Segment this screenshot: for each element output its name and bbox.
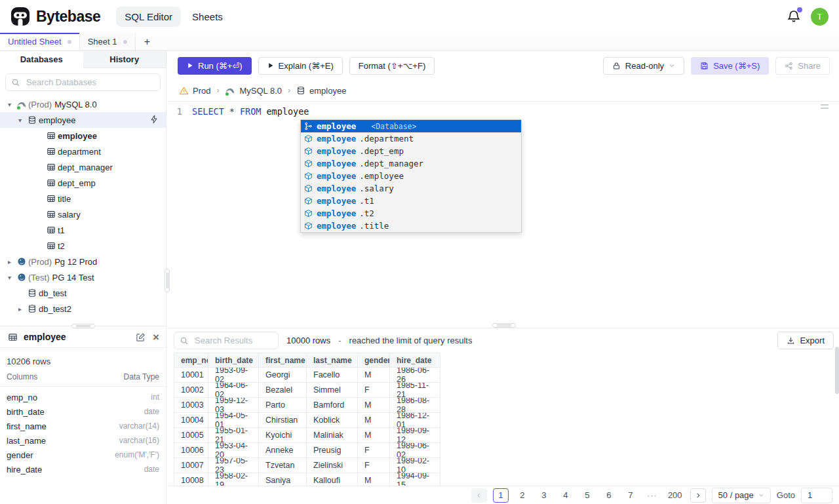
cube-icon — [303, 147, 313, 155]
database-crumb[interactable]: employee — [296, 86, 346, 96]
cell-last-name: Simmel — [307, 383, 358, 398]
format-button[interactable]: Format (⇧+⌥+F) — [349, 57, 435, 75]
search-results-input[interactable] — [193, 335, 273, 346]
tree-item-label: dept_manager — [58, 163, 113, 172]
tree-item-t2[interactable]: t2 — [0, 238, 166, 254]
autocomplete-item[interactable]: employee.title — [301, 220, 521, 232]
tree-item-department[interactable]: department — [0, 144, 166, 159]
run-button[interactable]: Run (⌘+⏎) — [178, 57, 252, 75]
tree-item-pg-14-test[interactable]: ▾(Test)PG 14 Test — [0, 269, 166, 285]
share-button[interactable]: Share — [775, 57, 830, 75]
explain-button[interactable]: Explain (⌘+E) — [258, 57, 343, 75]
column-header-last-name[interactable]: last_name — [307, 353, 358, 368]
results-scrollbar[interactable] — [835, 347, 839, 394]
environment-crumb[interactable]: Prod — [179, 86, 210, 96]
download-icon — [787, 336, 795, 345]
readonly-mode-select[interactable]: Read-only — [603, 57, 684, 75]
tree-item-employee[interactable]: ▾employee — [0, 112, 166, 128]
autocomplete-item[interactable]: employee.t1 — [301, 195, 521, 207]
tab-close-dot[interactable] — [68, 40, 71, 44]
chevron-down-icon[interactable]: ▾ — [5, 274, 14, 281]
column-header-birth-date[interactable]: birth_date — [208, 353, 259, 368]
autocomplete-item[interactable]: employee.employee — [301, 170, 521, 182]
next-page-button[interactable] — [690, 488, 706, 503]
results-splitter[interactable] — [168, 323, 839, 328]
tree-item-dept-manager[interactable]: dept_manager — [0, 159, 166, 175]
schema-column-row: emp_noint — [0, 390, 166, 404]
tab-untitled-sheet[interactable]: Untitled Sheet — [0, 33, 80, 50]
sidebar-tab-history[interactable]: History — [83, 51, 166, 68]
column-header-emp-no[interactable]: emp_no — [174, 353, 208, 368]
save-icon — [700, 62, 709, 70]
add-sheet-button[interactable]: + — [136, 33, 159, 50]
page-button-6[interactable]: 6 — [601, 488, 617, 503]
tab-sheet-1[interactable]: Sheet 1 — [80, 33, 136, 50]
chevron-down-icon[interactable]: ▾ — [15, 117, 25, 124]
sidebar-tab-databases[interactable]: Databases — [0, 51, 83, 68]
tree-item-mysql-8-0[interactable]: ▾(Prod)MySQL 8.0 — [0, 96, 166, 112]
table-row[interactable]: 100071957-05-23TzvetanZielinskiF1989-02-… — [174, 458, 834, 473]
page-button-4[interactable]: 4 — [558, 488, 574, 503]
autocomplete-item[interactable]: employee.t2 — [301, 207, 521, 220]
autocomplete-item[interactable]: employee.dept_emp — [301, 145, 521, 157]
page-button-200[interactable]: 200 — [666, 488, 684, 503]
instance-crumb[interactable]: MySQL 8.0 — [225, 86, 282, 96]
table-row[interactable]: 100031959-12-03PartoBamfordM1986-08-28 — [174, 398, 834, 413]
prev-page-button[interactable] — [471, 488, 487, 503]
notification-badge — [797, 7, 802, 12]
cell-emp-no: 10004 — [174, 413, 208, 428]
column-header-first-name[interactable]: first_name — [259, 353, 307, 368]
close-panel-icon[interactable]: × — [153, 332, 159, 343]
tree-item-db-test[interactable]: db_test — [0, 285, 166, 301]
cell-last-name: Zielinski — [307, 458, 358, 473]
page-button-3[interactable]: 3 — [536, 488, 552, 503]
avatar[interactable]: T — [811, 8, 829, 26]
autocomplete-item[interactable]: employee.department — [301, 132, 521, 145]
suggestion-rest: .salary — [359, 184, 394, 193]
nav-sheets[interactable]: Sheets — [184, 7, 231, 27]
chevron-right-icon[interactable]: ▸ — [5, 258, 14, 265]
tree-item-t1[interactable]: t1 — [0, 222, 166, 238]
tree-item-dept-emp[interactable]: dept_emp — [0, 175, 166, 191]
table-row[interactable]: 100011953-09-02GeorgiFacelloM1986-06-26 — [174, 368, 834, 383]
page-size-select[interactable]: 50 / page — [712, 488, 771, 503]
table-row[interactable]: 100041954-05-01ChirstianKoblickM1986-12-… — [174, 413, 834, 428]
table-row[interactable]: 100061953-04-20AnnekePreusigF1989-06-02 — [174, 443, 834, 458]
tree-item-db-test2[interactable]: ▸db_test2 — [0, 301, 166, 317]
table-row[interactable]: 100081958-02-19SaniyaKalloufiM1994-09-15 — [174, 473, 834, 486]
tree-item-label: title — [58, 194, 71, 204]
tree-item-title[interactable]: title — [0, 191, 166, 206]
suggestion-rest: .title — [359, 221, 389, 231]
autocomplete-item[interactable]: employee.salary — [301, 182, 521, 195]
tree-item-employee[interactable]: employee — [0, 128, 166, 144]
panel-resize-handle[interactable] — [71, 324, 95, 328]
results-resize-handle[interactable] — [492, 323, 516, 328]
notification-bell-icon[interactable] — [787, 9, 801, 24]
page-button-2[interactable]: 2 — [515, 488, 530, 503]
goto-page-input[interactable] — [801, 488, 832, 503]
chevron-down-icon[interactable]: ▾ — [5, 101, 14, 108]
column-header-gender[interactable]: gender — [358, 353, 390, 368]
sidebar-resize-handle[interactable] — [165, 269, 170, 292]
autocomplete-popup: employee<Database>employee.departmentemp… — [300, 119, 522, 233]
save-button[interactable]: Save (⌘+S) — [691, 57, 769, 75]
column-type: date — [144, 465, 159, 474]
nav-sql-editor[interactable]: SQL Editor — [116, 7, 181, 27]
table-row[interactable]: 100051955-01-21KyoichiMaliniakM1989-09-1… — [174, 428, 834, 443]
sql-editor[interactable]: 1 SELECT * FROM employee employee<Databa… — [168, 102, 839, 323]
page-button-5[interactable]: 5 — [579, 488, 595, 503]
table-row[interactable]: 100021964-06-02BezalelSimmelF1985-11-21 — [174, 383, 834, 398]
connect-bolt-icon[interactable] — [149, 115, 159, 124]
chevron-right-icon[interactable]: ▸ — [15, 305, 25, 313]
column-header-hire-date[interactable]: hire_date — [390, 353, 440, 368]
export-button[interactable]: Export — [777, 332, 834, 349]
autocomplete-item[interactable]: employee<Database> — [301, 120, 521, 132]
page-button-7[interactable]: 7 — [623, 488, 638, 503]
search-databases-input[interactable] — [25, 77, 155, 88]
page-button-1[interactable]: 1 — [493, 488, 509, 503]
tab-close-dot[interactable] — [123, 40, 127, 44]
autocomplete-item[interactable]: employee.dept_manager — [301, 157, 521, 170]
edit-table-icon[interactable] — [136, 332, 146, 342]
tree-item-pg-12-prod[interactable]: ▸(Prod)Pg 12 Prod — [0, 254, 166, 269]
tree-item-salary[interactable]: salary — [0, 206, 166, 222]
